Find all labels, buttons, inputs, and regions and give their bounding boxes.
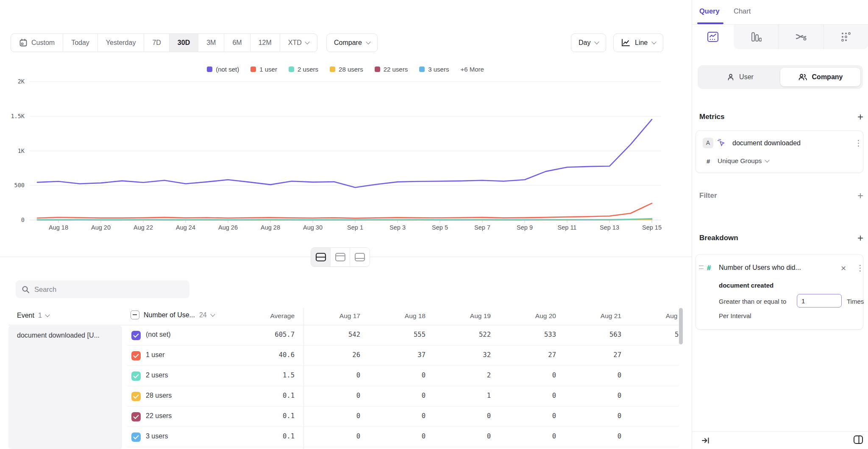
table-row: 3 users0.1000000 <box>127 427 679 447</box>
x-axis-tick-label: Aug 28 <box>251 224 289 231</box>
close-icon[interactable] <box>841 263 846 272</box>
tab-chart[interactable]: Chart <box>734 7 751 15</box>
chart-legend: (not set)1 user2 users28 users22 users3 … <box>30 66 661 73</box>
data-value: 0 <box>370 412 426 420</box>
series-checkbox[interactable] <box>131 371 141 381</box>
panel-layout-button[interactable] <box>853 435 863 446</box>
date-range-custom[interactable]: Custom <box>11 34 63 52</box>
date-range-yesterday[interactable]: Yesterday <box>98 34 145 52</box>
event-column-header[interactable]: Event 1 <box>17 312 49 319</box>
split-view-button[interactable] <box>311 248 331 266</box>
measure-dropdown[interactable]: Unique Groups <box>718 157 769 165</box>
select-all-checkbox[interactable] <box>131 310 139 319</box>
table-only-view-button[interactable] <box>350 248 370 266</box>
chart-type-dropdown[interactable]: Line <box>613 33 663 52</box>
data-value: 0 <box>501 412 556 420</box>
legend-item[interactable]: 3 users <box>419 66 449 73</box>
data-value: 2 <box>436 371 491 379</box>
chevron-down-icon <box>765 158 770 162</box>
date-range-3m[interactable]: 3M <box>198 34 224 52</box>
date-range-today[interactable]: Today <box>63 34 98 52</box>
bottom-panel-view-icon <box>354 252 365 262</box>
split-panel-icon <box>853 435 863 444</box>
column-header-aug-20: Aug 20 <box>497 312 556 320</box>
x-axis-tick-label: Aug 24 <box>167 224 205 231</box>
table-row: 28 users0.1001000 <box>127 386 679 407</box>
tab-query[interactable]: Query <box>699 7 720 15</box>
table-scrollbar[interactable] <box>679 308 683 344</box>
series-checkbox[interactable] <box>131 351 141 360</box>
search-box <box>16 280 189 298</box>
data-value: 27 <box>501 351 556 359</box>
interval-dropdown[interactable]: Day <box>571 33 606 52</box>
metric-event-name[interactable]: document downloaded <box>732 139 801 147</box>
chart-type-label: Line <box>635 39 648 47</box>
chart-type-line-button[interactable] <box>692 25 734 49</box>
add-filter-icon[interactable] <box>856 190 865 202</box>
date-range-30d[interactable]: 30D <box>170 34 198 52</box>
chart-type-bar-button[interactable] <box>734 25 778 49</box>
chart-type-flow-button[interactable] <box>778 25 823 49</box>
x-axis-tick-label: Aug 30 <box>294 224 332 231</box>
date-range-6m[interactable]: 6M <box>224 34 250 52</box>
x-axis-tick-label: Sep 13 <box>590 224 629 231</box>
data-value: 0 <box>501 371 556 379</box>
breakdown-title[interactable]: Number of Users who did... <box>719 264 801 272</box>
autotrack-spark-icon <box>717 139 726 148</box>
legend-item[interactable]: 22 users <box>375 66 408 73</box>
series-checkbox[interactable] <box>131 331 141 340</box>
data-value: 37 <box>370 351 426 359</box>
data-value: 0 <box>305 392 360 399</box>
add-breakdown-icon[interactable] <box>856 232 865 244</box>
chart-only-view-button[interactable] <box>331 248 350 266</box>
chevron-down-icon <box>595 39 599 44</box>
breakdown-event-name[interactable]: document created <box>719 282 773 289</box>
date-range-7d[interactable]: 7D <box>144 34 169 52</box>
legend-item[interactable]: 1 user <box>250 66 277 73</box>
breakdown-card: # Number of Users who did... document cr… <box>696 254 863 330</box>
series-checkbox[interactable] <box>131 432 141 442</box>
metric-options-icon[interactable] <box>854 139 862 147</box>
x-axis-tick-label: Aug 20 <box>82 224 120 231</box>
legend-more[interactable]: +6 More <box>460 66 484 73</box>
data-value: 0 <box>370 371 426 379</box>
condition-value-input[interactable] <box>797 294 842 308</box>
chevron-down-icon <box>210 312 215 316</box>
date-range-xtd[interactable]: XTD <box>280 34 317 52</box>
breakdown-options-icon[interactable] <box>856 264 864 272</box>
series-checkbox[interactable] <box>131 412 141 421</box>
drag-handle-icon[interactable] <box>699 266 704 269</box>
query-panel: Query Chart <box>692 0 868 449</box>
legend-label: 3 users <box>428 66 449 73</box>
data-value: 0 <box>436 432 491 440</box>
series-label: 22 users <box>146 412 172 420</box>
x-axis-tick-label: Sep 11 <box>548 224 586 231</box>
legend-item[interactable]: 2 users <box>289 66 318 73</box>
search-input[interactable] <box>34 285 178 294</box>
x-axis-tick-label: Sep 15 <box>633 224 671 231</box>
data-value: 0 <box>632 432 679 440</box>
interval-label: Day <box>579 39 590 47</box>
average-value: 0.1 <box>239 412 295 420</box>
add-metric-icon[interactable] <box>856 111 865 123</box>
data-value: 26 <box>305 351 360 359</box>
x-axis-tick-label: Aug 22 <box>124 224 162 231</box>
column-header-average: Average <box>235 312 295 320</box>
condition-label: Greater than or equal to <box>719 298 786 305</box>
date-range-12m[interactable]: 12M <box>250 34 280 52</box>
legend-item[interactable]: 28 users <box>330 66 363 73</box>
view-layout-toggle-group <box>311 247 370 267</box>
collapse-panel-button[interactable] <box>701 436 710 446</box>
legend-item[interactable]: (not set) <box>207 66 239 73</box>
scope-company-option[interactable]: Company <box>780 68 860 86</box>
y-axis-tick-label: 500 <box>3 182 25 188</box>
compare-button[interactable]: Compare <box>326 33 378 52</box>
date-range-label: Today <box>71 39 89 47</box>
company-icon <box>798 73 807 81</box>
series-column-header[interactable]: Number of Use... 24 <box>131 310 214 319</box>
table-row: 2 users1.5002000 <box>127 366 679 386</box>
series-checkbox[interactable] <box>131 392 141 401</box>
scope-user-option[interactable]: User <box>700 68 780 86</box>
chart-type-scatter-button[interactable] <box>823 25 868 49</box>
legend-label: 2 users <box>298 66 318 73</box>
